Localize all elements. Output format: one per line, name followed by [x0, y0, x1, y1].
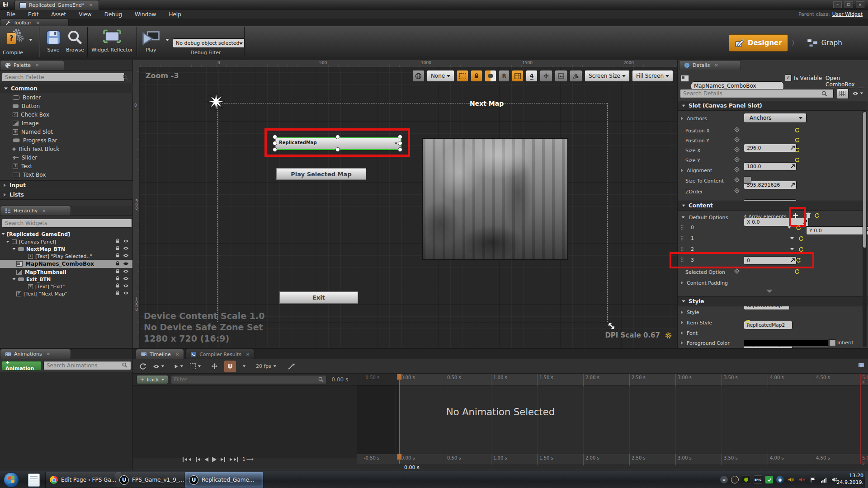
item-style-expander-icon[interactable]: [681, 321, 683, 324]
toolbar-tab-close-icon[interactable]: ✕: [36, 20, 40, 25]
property-matrix-button[interactable]: [837, 89, 849, 99]
tree-row-nextmap-text[interactable]: T [Text] "Next Map": [0, 290, 132, 297]
reset-to-default-icon[interactable]: [796, 225, 801, 230]
anchors-expander-icon[interactable]: [681, 117, 683, 120]
epic-games-icon[interactable]: EPIC: [754, 475, 762, 484]
menu-view[interactable]: View: [72, 11, 98, 18]
discord-icon[interactable]: ∞: [720, 476, 728, 483]
slot-section-header[interactable]: Slot (Canvas Panel Slot): [678, 101, 868, 111]
details-scrollbar[interactable]: [863, 111, 867, 347]
close-window-icon[interactable]: ×: [856, 1, 864, 8]
outline-toggle-button[interactable]: [457, 70, 468, 82]
foreground-color-swatch[interactable]: [744, 340, 828, 347]
palette-tab-close-icon[interactable]: ✕: [35, 63, 39, 68]
eye-icon[interactable]: [123, 277, 129, 281]
scrollbar-thumb[interactable]: [863, 112, 866, 248]
gog-icon[interactable]: [731, 476, 739, 483]
empty-array-trash-icon[interactable]: [806, 212, 811, 218]
map-thumbnail-image[interactable]: [422, 138, 568, 260]
network-signal-icon[interactable]: [820, 476, 827, 483]
eye-icon[interactable]: [123, 284, 129, 288]
keyframe-move-icon[interactable]: [211, 363, 218, 370]
menu-debug[interactable]: Debug: [98, 11, 128, 18]
minimize-icon[interactable]: –: [833, 1, 842, 8]
alignment-y-field[interactable]: Y 0.0: [806, 226, 868, 235]
reset-to-default-icon[interactable]: [798, 236, 804, 241]
grid-size-dropdown[interactable]: 4: [526, 70, 538, 82]
title-bar[interactable]: U̴ Replicated_GameEnd* ✕ – □ ×: [0, 0, 868, 10]
flip-preview-button[interactable]: [570, 70, 582, 82]
nvidia-icon[interactable]: [742, 475, 750, 484]
nextmap-expander-icon[interactable]: [13, 248, 16, 250]
screen-size-dropdown[interactable]: Screen Size: [585, 70, 630, 82]
notepad-icon[interactable]: [28, 474, 40, 487]
playhead-line[interactable]: [399, 374, 400, 464]
add-array-element-icon[interactable]: [793, 212, 798, 218]
palette-item-text-box[interactable]: Text Box: [0, 170, 132, 179]
eye-icon[interactable]: [123, 291, 129, 295]
content-section-header[interactable]: Content: [678, 201, 868, 211]
lock-icon[interactable]: [115, 246, 120, 250]
tree-row-play-selected-text[interactable]: T [Text] "Play Selected..": [0, 253, 132, 260]
graph-mode-button[interactable]: Graph: [802, 35, 847, 51]
play-forward-button[interactable]: [212, 457, 216, 462]
lock-icon[interactable]: [115, 291, 120, 295]
update-check-icon[interactable]: [765, 476, 773, 483]
keyframe-diamond-icon[interactable]: [734, 137, 740, 142]
reset-to-default-icon[interactable]: [794, 157, 800, 163]
common-expander-icon[interactable]: [4, 88, 8, 90]
compiler-results-tab[interactable]: Compiler Results ✕: [185, 349, 255, 359]
palette-item-checkbox[interactable]: ✓Check Box: [0, 110, 132, 119]
style-section-header[interactable]: Style: [678, 296, 868, 306]
localization-globe-button[interactable]: [412, 70, 425, 82]
size-to-content-checkbox[interactable]: [744, 176, 751, 184]
input-expander-icon[interactable]: [4, 183, 6, 187]
reset-to-default-icon[interactable]: [796, 258, 801, 263]
palette-section-common[interactable]: Common: [0, 84, 136, 94]
snapping-caret-icon[interactable]: [243, 366, 245, 367]
selection-handle[interactable]: [398, 135, 402, 139]
display-filter-button[interactable]: [850, 89, 865, 98]
reset-to-default-icon[interactable]: [798, 247, 804, 252]
timeline-tab-close-icon[interactable]: ✕: [175, 352, 179, 357]
tree-row-exit-btn[interactable]: Exit_BTN: [0, 276, 132, 283]
selection-range-button[interactable]: [190, 363, 201, 369]
palette-item-rich-text[interactable]: Rich Text Block: [0, 145, 132, 153]
close-tab-icon[interactable]: ✕: [89, 3, 93, 8]
keyframe-diamond-icon[interactable]: [734, 177, 740, 183]
hierarchy-tab-close-icon[interactable]: ✕: [42, 208, 46, 213]
timeline-options-icon[interactable]: [858, 362, 864, 368]
palette-search-input[interactable]: [2, 73, 125, 82]
timeline-ruler-bottom[interactable]: -0.50 s 0.00 s 0.50 s 1.00 s 1.50 s 2.00…: [357, 454, 868, 464]
steam-icon[interactable]: ◉: [776, 476, 784, 483]
drag-handle-icon[interactable]: [681, 225, 684, 230]
step-forward-button[interactable]: [220, 457, 225, 462]
taskbar-unreal-task-2[interactable]: U Replicated_Game...: [184, 472, 264, 488]
palette-item-button[interactable]: Button: [0, 102, 132, 110]
playhead-handle[interactable]: [397, 454, 402, 460]
loop-mode-button[interactable]: 1⟶: [242, 456, 253, 462]
exit-expander-icon[interactable]: [13, 278, 16, 280]
palette-item-slider[interactable]: Slider: [0, 153, 132, 162]
timeline-tab[interactable]: Timeline ✕: [136, 349, 184, 359]
open-combobox-link[interactable]: Open ComboBox: [826, 75, 868, 88]
lock-icon[interactable]: [115, 253, 120, 258]
transform-mode-button[interactable]: [485, 70, 496, 82]
keyframe-diamond-icon[interactable]: [734, 127, 740, 132]
debug-filter-dropdown[interactable]: No debug object selected: [173, 38, 245, 48]
action-center-flag-icon[interactable]: [809, 476, 816, 483]
element-0-caret-icon[interactable]: [788, 226, 791, 229]
selection-handle[interactable]: [335, 147, 340, 152]
respect-locks-button[interactable]: [471, 70, 482, 82]
palette-item-image[interactable]: Image: [0, 119, 132, 127]
widget-exit-button[interactable]: Exit: [279, 291, 358, 304]
element-3-caret-icon[interactable]: [788, 259, 791, 261]
lists-expander-icon[interactable]: [4, 193, 6, 197]
playback-options-button[interactable]: [175, 364, 184, 369]
save-button[interactable]: Save: [43, 28, 63, 53]
curve-editor-icon[interactable]: [288, 363, 295, 370]
selection-handle[interactable]: [398, 147, 402, 152]
hierarchy-tab[interactable]: Hierarchy ✕: [0, 206, 71, 216]
reset-to-default-icon[interactable]: [794, 147, 800, 153]
dpi-settings-button[interactable]: [540, 70, 552, 82]
